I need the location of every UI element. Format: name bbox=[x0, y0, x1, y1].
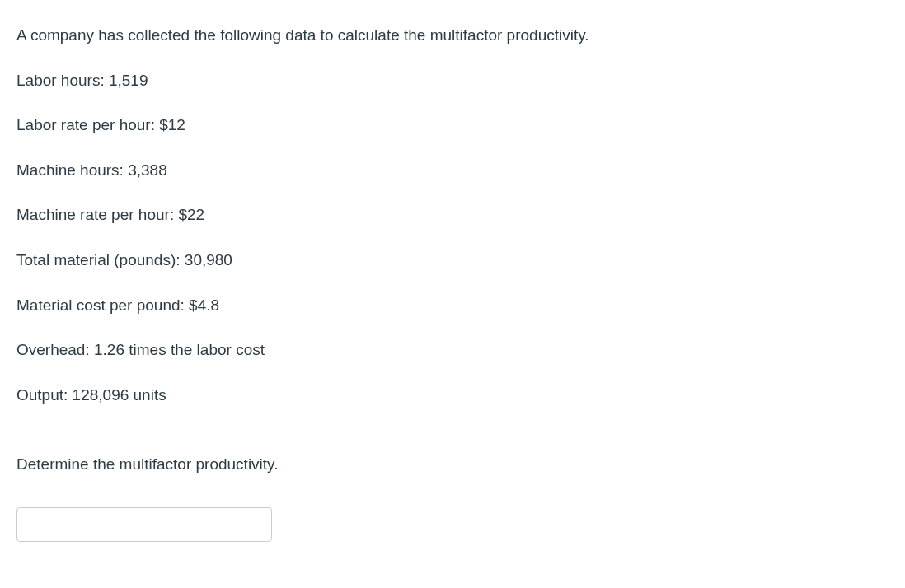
labor-rate-line: Labor rate per hour: $12 bbox=[16, 114, 889, 137]
machine-rate-line: Machine rate per hour: $22 bbox=[16, 204, 889, 226]
overhead-line: Overhead: 1.26 times the labor cost bbox=[16, 339, 889, 362]
problem-intro: A company has collected the following da… bbox=[16, 25, 889, 47]
spacer bbox=[16, 429, 889, 454]
answer-input[interactable] bbox=[16, 507, 272, 542]
problem-container: A company has collected the following da… bbox=[16, 25, 889, 542]
question-text: Determine the multifactor productivity. bbox=[16, 454, 889, 476]
total-material-line: Total material (pounds): 30,980 bbox=[16, 250, 889, 272]
machine-hours-line: Machine hours: 3,388 bbox=[16, 160, 889, 182]
material-cost-line: Material cost per pound: $4.8 bbox=[16, 295, 889, 317]
labor-hours-line: Labor hours: 1,519 bbox=[16, 70, 889, 92]
output-line: Output: 128,096 units bbox=[16, 385, 889, 407]
